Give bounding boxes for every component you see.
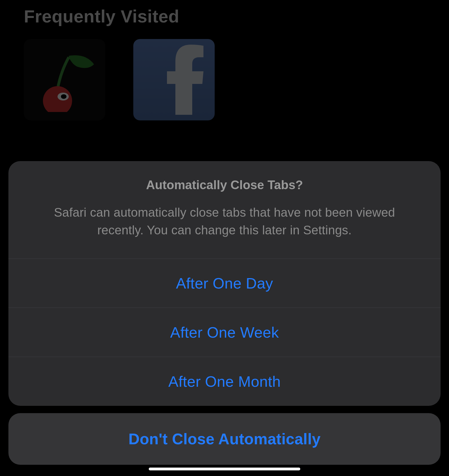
site-tile-cherry[interactable] xyxy=(24,39,105,120)
facebook-icon xyxy=(167,45,203,115)
frequently-visited-heading: Frequently Visited xyxy=(24,6,425,26)
home-indicator[interactable] xyxy=(149,468,300,470)
svg-point-0 xyxy=(43,86,72,112)
svg-point-2 xyxy=(61,94,67,99)
action-sheet-cancel-group: Don't Close Automatically xyxy=(8,413,441,465)
action-sheet-title: Automatically Close Tabs? xyxy=(31,178,418,192)
site-tile-facebook[interactable] xyxy=(133,39,215,120)
dont-close-automatically-button[interactable]: Don't Close Automatically xyxy=(8,413,441,465)
action-sheet-header: Automatically Close Tabs? Safari can aut… xyxy=(8,161,441,258)
action-sheet-message: Safari can automatically close tabs that… xyxy=(31,204,418,239)
option-after-one-month[interactable]: After One Month xyxy=(8,357,441,406)
option-after-one-week[interactable]: After One Week xyxy=(8,308,441,357)
option-after-one-day[interactable]: After One Day xyxy=(8,258,441,308)
cherry-icon xyxy=(29,45,97,112)
action-sheet-main-group: Automatically Close Tabs? Safari can aut… xyxy=(8,161,441,406)
action-sheet: Automatically Close Tabs? Safari can aut… xyxy=(8,161,441,465)
frequently-visited-row xyxy=(24,39,425,120)
